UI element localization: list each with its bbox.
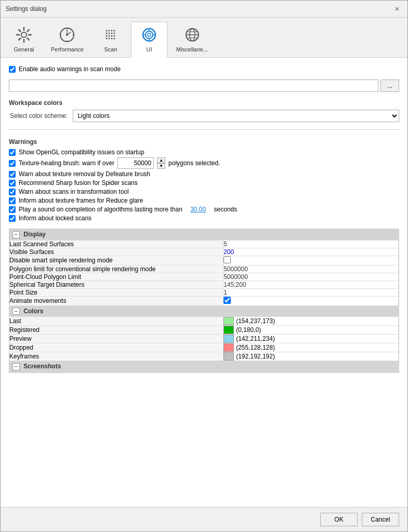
table-row: Last Scanned Surfaces 5 [9,240,399,248]
settings-table-wrap[interactable]: − Display Last Scanned Surfaces 5 Visibl… [9,229,399,373]
tab-scan[interactable]: Scan [93,22,129,57]
color-scheme-label: Select color scheme: [10,112,68,119]
row-label: Polygon limit for conventional simple re… [9,265,223,273]
cancel-button[interactable]: Cancel [362,513,399,526]
row-color-cell: (0,180,0) [223,326,399,335]
warning-locked-checkbox[interactable] [9,215,16,222]
svg-point-27 [111,35,112,37]
table-row: Keyframes (192,192,192) [9,352,399,361]
browse-button[interactable]: ... [380,79,399,92]
warning-sharp-checkbox[interactable] [9,180,16,187]
last-color-swatch [223,317,234,325]
svg-line-5 [19,30,21,32]
svg-point-26 [108,35,110,37]
svg-point-21 [106,33,107,34]
color-scheme-select[interactable]: Light colors Dark colors Custom [73,110,399,122]
display-header-label: Display [23,231,46,238]
colors-section-header: − Colors [9,305,399,317]
row-label: Point Size [9,288,223,296]
warning-sharp-label: Recommend Sharp fusion for Spider scans [19,179,138,187]
display-collapse-btn[interactable]: − [12,231,20,238]
title-bar: Settings dialog × [1,1,407,18]
content-area: Enable audio warnings in scan mode ... W… [1,58,407,507]
table-row: Dropped (255,128,128) [9,343,399,352]
row-checkbox-cell [223,256,399,265]
tab-ui[interactable]: UI [131,22,167,58]
warning-frames-row: Inform about texture frames for Reduce g… [9,197,399,204]
svg-point-24 [113,33,115,34]
svg-point-17 [106,30,107,32]
dropped-color-swatch [223,343,234,352]
row-label: Point-Cloud Polygon Limit [9,273,223,281]
svg-point-19 [111,30,112,32]
table-row: Polygon limit for conventional simple re… [9,265,399,273]
table-row: Registered (0,180,0) [9,326,399,335]
row-label: Dropped [9,343,223,352]
polygon-input[interactable] [117,157,154,169]
row-value: 5000000 [223,265,399,273]
audio-warning-row: Enable audio warnings in scan mode [9,65,399,73]
row-color-cell: (255,128,128) [223,343,399,352]
svg-point-28 [113,35,115,37]
svg-point-35 [148,33,151,36]
warning-sound-row: Play a sound on completion of algorithms… [9,206,399,213]
preview-color-value: (142,211,234) [236,335,275,342]
warning-sound-label: Play a sound on completion of algorithms… [19,206,182,213]
warning-locked-label: Inform about locked scans [19,215,91,222]
empty-area [9,378,399,501]
warning-texture-checkbox[interactable] [9,160,16,167]
tab-general[interactable]: General [6,22,42,57]
svg-point-22 [108,33,110,34]
file-text-input[interactable] [9,79,378,92]
warning-frames-checkbox[interactable] [9,197,16,204]
animate-checkbox[interactable] [223,297,231,304]
tab-performance-label: Performance [51,46,84,52]
warning-sound-suffix: seconds [214,206,238,213]
display-section-header: − Display [9,229,399,240]
row-value: 5 [223,240,399,248]
divider-1 [9,129,399,130]
svg-point-23 [111,33,112,34]
row-value: 5000000 [223,273,399,281]
registered-color-swatch [223,326,234,334]
spinner-up[interactable]: ▲ [157,157,165,163]
workspace-colors-label: Workspace colors [9,99,399,107]
warning-sound-checkbox[interactable] [9,206,16,213]
warnings-title: Warnings [9,138,399,145]
row-label: Spherical Target Diameters [9,281,223,288]
svg-line-6 [27,38,29,40]
close-button[interactable]: × [392,4,402,14]
row-label: Keyframes [9,352,223,361]
warning-removal-checkbox[interactable] [9,171,16,178]
tab-bar: General Performance [1,18,407,58]
audio-warning-checkbox[interactable] [9,66,16,73]
tab-misc-label: Miscellane... [176,46,208,52]
warning-texture-suffix: polygons selected. [168,159,220,167]
table-row: Visible Surfaces 200 [9,248,399,256]
tab-misc[interactable]: Miscellane... [169,22,215,57]
preview-color-swatch [223,335,234,343]
screenshots-collapse-btn[interactable]: − [12,363,20,370]
table-row: Preview (142,211,234) [9,335,399,343]
sound-time-link[interactable]: 30.00 [190,206,206,213]
svg-point-29 [106,38,107,39]
tab-general-label: General [14,46,34,52]
spinner-down[interactable]: ▼ [157,163,165,169]
settings-dialog: Settings dialog × [0,0,408,532]
file-input-row: ... [9,79,399,92]
tab-performance[interactable]: Performance [44,22,90,57]
smart-rendering-checkbox[interactable] [223,256,231,263]
row-color-cell: (154,237,173) [223,317,399,326]
row-color-cell: (142,211,234) [223,335,399,343]
keyframes-color-value: (192,192,192) [236,353,275,360]
warning-opengl-checkbox[interactable] [9,149,16,156]
row-value: 1 [223,288,399,296]
warning-transform-checkbox[interactable] [9,189,16,195]
gear-icon [15,25,33,44]
ok-button[interactable]: OK [320,513,358,526]
table-row: Disable smart simple rendering mode [9,256,399,265]
colors-collapse-btn[interactable]: − [12,308,20,315]
table-row: Spherical Target Diameters 145;200 [9,281,399,288]
screenshots-header-label: Screenshots [23,363,61,370]
svg-point-20 [113,30,115,32]
